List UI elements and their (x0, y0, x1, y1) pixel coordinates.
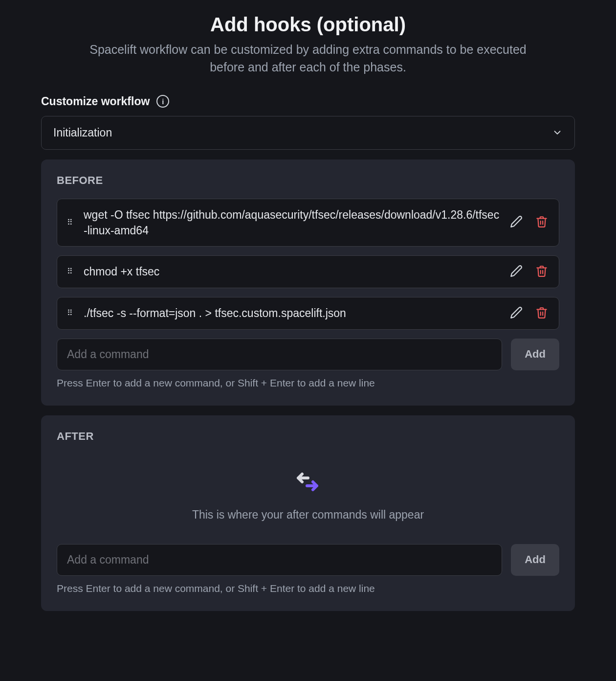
after-add-button[interactable]: Add (511, 544, 559, 576)
after-title: AFTER (57, 430, 559, 443)
edit-button[interactable] (509, 305, 524, 321)
edit-button[interactable] (509, 264, 524, 280)
delete-button[interactable] (534, 214, 549, 230)
edit-button[interactable] (509, 214, 524, 230)
command-row: ./tfsec -s --format=json . > tfsec.custo… (57, 297, 559, 330)
command-text: chmod +x tfsec (84, 264, 500, 279)
after-hint: Press Enter to add a new command, or Shi… (57, 583, 559, 594)
phase-select[interactable]: Initialization (41, 116, 575, 150)
command-row: wget -O tfsec https://github.com/aquasec… (57, 199, 559, 247)
chevron-down-icon (552, 127, 563, 138)
before-title: BEFORE (57, 174, 559, 187)
info-icon[interactable]: i (156, 95, 169, 108)
after-panel: AFTER This is where your after commands … (41, 415, 575, 611)
command-text: ./tfsec -s --format=json . > tfsec.custo… (84, 305, 500, 321)
customize-workflow-label: Customize workflow (41, 95, 150, 108)
drag-handle-icon[interactable] (67, 309, 75, 317)
page-title: Add hooks (optional) (41, 14, 575, 36)
before-hint: Press Enter to add a new command, or Shi… (57, 377, 559, 389)
before-panel: BEFORE wget -O tfsec https://github.com/… (41, 159, 575, 406)
before-add-button[interactable]: Add (511, 339, 559, 370)
phase-select-value: Initialization (53, 126, 112, 139)
delete-button[interactable] (534, 264, 549, 280)
page-subtitle: Spacelift workflow can be customized by … (83, 41, 533, 76)
drag-handle-icon[interactable] (67, 219, 75, 227)
before-command-input[interactable] (57, 339, 502, 370)
swap-arrows-icon (293, 472, 323, 492)
drag-handle-icon[interactable] (67, 268, 75, 275)
command-text: wget -O tfsec https://github.com/aquasec… (84, 207, 500, 238)
after-empty-text: This is where your after commands will a… (57, 508, 559, 522)
after-command-input[interactable] (57, 544, 502, 576)
command-row: chmod +x tfsec (57, 255, 559, 288)
delete-button[interactable] (534, 305, 549, 321)
